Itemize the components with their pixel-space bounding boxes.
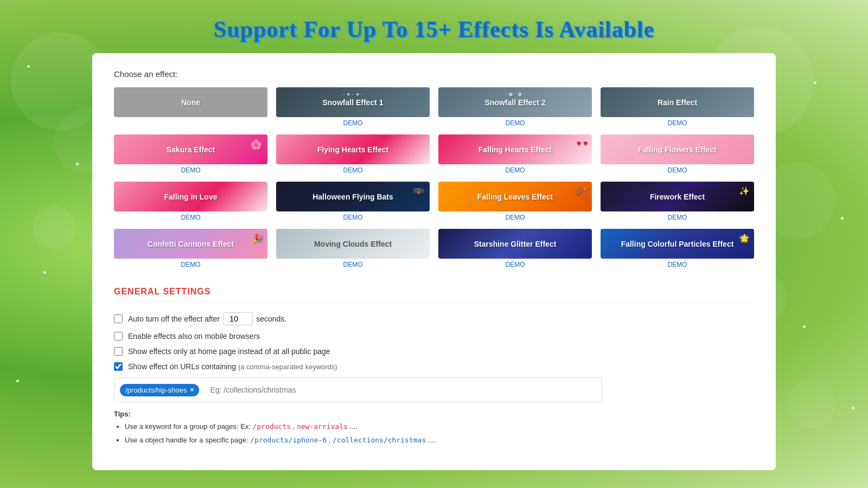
url-tag: /products/hip-shoes × (120, 384, 199, 396)
demo-link-starshine[interactable]: DEMO (506, 261, 525, 268)
effect-btn-confetti[interactable]: Confetti Cannons Effect (114, 229, 267, 259)
effect-cell-snowfall1: Snowfall Effect 1 DEMO (276, 87, 430, 127)
effect-btn-clouds[interactable]: Moving Clouds Effect (276, 229, 430, 259)
page-title: Support For Up To 15+ Effects Is Availab… (0, 16, 868, 42)
effect-btn-none[interactable]: None (114, 87, 267, 117)
effect-cell-firework: Firework Effect DEMO (601, 182, 754, 221)
effect-cell-flying-hearts: Flying Hearts Effect DEMO (276, 134, 430, 174)
effect-btn-flying-hearts[interactable]: Flying Hearts Effect (276, 134, 430, 164)
effect-cell-rain: Rain Effect DEMO (601, 87, 754, 127)
demo-link-falling-love[interactable]: DEMO (181, 214, 201, 221)
effect-cell-clouds: Moving Clouds Effect DEMO (276, 229, 430, 268)
url-text-input[interactable] (203, 381, 596, 399)
effect-cell-sakura: Sakura Effect DEMO (114, 134, 267, 174)
demo-link-flying-hearts[interactable]: DEMO (343, 166, 363, 174)
auto-off-seconds-input[interactable] (223, 312, 253, 325)
demo-link-clouds[interactable]: DEMO (343, 261, 363, 268)
effect-cell-colorful: Falling Colorful Particles Effect DEMO (601, 229, 754, 268)
effect-cell-snowfall2: Snowfall Effect 2 DEMO (438, 87, 592, 127)
effect-cell-falling-love: Falling In Love DEMO (114, 182, 267, 221)
effect-cell-falling-flowers: Falling Flowers Effect DEMO (601, 134, 754, 174)
effect-btn-snowfall2[interactable]: Snowfall Effect 2 (438, 87, 592, 117)
tip-1: Use a keyword for a group of pages: Ex: … (125, 421, 754, 433)
demo-link-confetti[interactable]: DEMO (181, 261, 201, 268)
homepage-label: Show effects only at home page instead o… (128, 347, 330, 356)
demo-link-falling-hearts[interactable]: DEMO (506, 166, 525, 174)
effect-btn-falling-love[interactable]: Falling In Love (114, 182, 267, 211)
url-containing-hint: (a comma-separated keywords) (238, 363, 337, 371)
demo-link-snowfall2[interactable]: DEMO (506, 119, 525, 127)
demo-link-sakura[interactable]: DEMO (181, 166, 201, 174)
demo-link-snowfall1[interactable]: DEMO (343, 119, 363, 127)
effect-cell-falling-hearts: Falling Hearts Effect DEMO (438, 134, 592, 174)
settings-title: GENERAL SETTINGS (114, 287, 754, 303)
tips-section: Tips: Use a keyword for a group of pages… (114, 410, 754, 446)
url-input-wrapper: /products/hip-shoes × (114, 377, 602, 402)
url-containing-checkbox[interactable] (114, 362, 123, 371)
effect-btn-falling-leaves[interactable]: Falling Leaves Effect (438, 182, 592, 211)
url-containing-label: Show effect on URLs containing (128, 362, 236, 371)
effect-btn-falling-flowers[interactable]: Falling Flowers Effect (601, 134, 754, 164)
effect-cell-confetti: Confetti Cannons Effect DEMO (114, 229, 267, 268)
effect-btn-snowfall1[interactable]: Snowfall Effect 1 (276, 87, 430, 117)
url-tag-remove[interactable]: × (190, 386, 194, 394)
tips-title: Tips: (114, 410, 754, 418)
demo-link-halloween[interactable]: DEMO (343, 214, 363, 221)
effects-grid: None Snowfall Effect 1 DEMO Snowfall Eff… (114, 87, 754, 276)
effect-btn-sakura[interactable]: Sakura Effect (114, 134, 267, 164)
main-panel: Choose an effect: None Snowfall Effect 1… (92, 53, 776, 470)
demo-link-falling-leaves[interactable]: DEMO (506, 214, 525, 221)
choose-label: Choose an effect: (114, 69, 754, 79)
effect-cell-starshine: Starshine Glitter Effect DEMO (438, 229, 592, 268)
page-header: Support For Up To 15+ Effects Is Availab… (0, 0, 868, 53)
mobile-label: Enable effects also on mobile browsers (128, 332, 260, 341)
demo-link-falling-flowers[interactable]: DEMO (668, 166, 687, 174)
demo-link-colorful[interactable]: DEMO (668, 261, 687, 268)
demo-link-rain[interactable]: DEMO (668, 119, 687, 127)
mobile-row: Enable effects also on mobile browsers (114, 332, 754, 341)
auto-off-label: Auto turn off the effect after (128, 314, 220, 323)
effect-cell-halloween: Halloween Flying Bats DEMO (276, 182, 430, 221)
auto-off-checkbox[interactable] (114, 314, 123, 323)
auto-off-row: Auto turn off the effect after seconds. (114, 312, 754, 325)
effect-btn-starshine[interactable]: Starshine Glitter Effect (438, 229, 592, 259)
tip-2: Use a object handle for a specific page:… (125, 435, 754, 446)
general-settings: GENERAL SETTINGS Auto turn off the effec… (114, 287, 754, 446)
url-containing-row: Show effect on URLs containing (a comma-… (114, 362, 754, 371)
tips-list: Use a keyword for a group of pages: Ex: … (114, 421, 754, 446)
homepage-row: Show effects only at home page instead o… (114, 347, 754, 356)
effect-btn-falling-hearts[interactable]: Falling Hearts Effect (438, 134, 592, 164)
effect-btn-firework[interactable]: Firework Effect (601, 182, 754, 211)
effect-btn-halloween[interactable]: Halloween Flying Bats (276, 182, 430, 211)
mobile-checkbox[interactable] (114, 332, 123, 341)
effect-btn-colorful[interactable]: Falling Colorful Particles Effect (601, 229, 754, 259)
auto-off-suffix: seconds. (256, 314, 286, 323)
effect-cell-falling-leaves: Falling Leaves Effect DEMO (438, 182, 592, 221)
effect-btn-rain[interactable]: Rain Effect (601, 87, 754, 117)
demo-link-firework[interactable]: DEMO (668, 214, 687, 221)
homepage-checkbox[interactable] (114, 347, 123, 356)
effect-cell-none: None (114, 87, 267, 127)
